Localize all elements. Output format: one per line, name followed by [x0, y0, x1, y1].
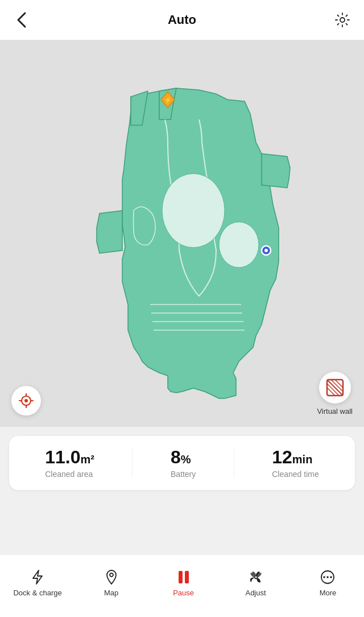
cleaned-time-value: 12min	[272, 447, 312, 467]
nav-pause[interactable]: Pause	[161, 569, 206, 597]
nav-more-label: More	[320, 589, 337, 597]
stats-area: 11.0m² Cleaned area 8% Battery 12min Cle…	[0, 427, 364, 499]
svg-rect-31	[185, 571, 189, 583]
stat-cleaned-area: 11.0m² Cleaned area	[45, 447, 94, 479]
fan-icon	[248, 569, 264, 585]
bolt-icon	[30, 569, 46, 585]
svg-point-34	[324, 576, 326, 578]
cleaned-time-label: Cleaned time	[272, 470, 319, 479]
nav-map[interactable]: Map	[89, 569, 134, 597]
map-pin-icon	[104, 569, 119, 585]
stat-battery: 8% Battery	[171, 447, 196, 479]
app-header: Auto	[0, 0, 364, 40]
svg-point-18	[24, 399, 28, 402]
battery-value: 8%	[171, 447, 191, 467]
stat-divider-2	[234, 449, 234, 478]
nav-more[interactable]: More	[305, 569, 350, 597]
bottom-navigation: Dock & charge Map Pause	[0, 554, 364, 617]
locate-button[interactable]	[11, 386, 41, 416]
stat-divider-1	[132, 449, 133, 478]
cleaned-area-label: Cleaned area	[45, 470, 93, 479]
svg-text:⚡: ⚡	[164, 96, 172, 104]
virtual-wall-icon	[319, 372, 351, 404]
stat-cleaned-time: 12min Cleaned time	[272, 447, 319, 479]
svg-line-28	[327, 388, 335, 396]
virtual-wall-button[interactable]: Virtual wall	[317, 372, 353, 416]
nav-map-label: Map	[104, 589, 118, 597]
svg-marker-4	[262, 154, 290, 188]
nav-dock-charge[interactable]: Dock & charge	[13, 569, 61, 597]
svg-marker-3	[97, 211, 122, 253]
page-title: Auto	[168, 13, 196, 27]
svg-line-27	[335, 380, 343, 388]
svg-point-29	[110, 573, 113, 577]
virtual-wall-label: Virtual wall	[317, 407, 353, 416]
svg-line-24	[327, 380, 343, 396]
svg-point-0	[340, 18, 345, 22]
more-icon	[320, 569, 336, 585]
svg-point-11	[162, 174, 225, 248]
svg-point-32	[254, 576, 257, 579]
nav-adjust-label: Adjust	[245, 589, 266, 597]
settings-button[interactable]	[332, 10, 353, 30]
nav-pause-label: Pause	[173, 589, 194, 597]
svg-point-35	[327, 576, 329, 578]
back-button[interactable]	[11, 10, 32, 30]
map-view: ⚡ Virtual wall	[0, 40, 364, 427]
pause-icon	[176, 569, 192, 585]
svg-point-36	[330, 576, 333, 578]
cleaned-area-value: 11.0m²	[45, 447, 94, 467]
svg-point-12	[219, 222, 259, 268]
nav-dock-charge-label: Dock & charge	[13, 589, 61, 597]
battery-label: Battery	[171, 470, 196, 479]
stats-card: 11.0m² Cleaned area 8% Battery 12min Cle…	[9, 436, 355, 490]
svg-rect-30	[179, 571, 183, 583]
svg-point-16	[264, 249, 268, 252]
nav-adjust[interactable]: Adjust	[233, 569, 279, 597]
